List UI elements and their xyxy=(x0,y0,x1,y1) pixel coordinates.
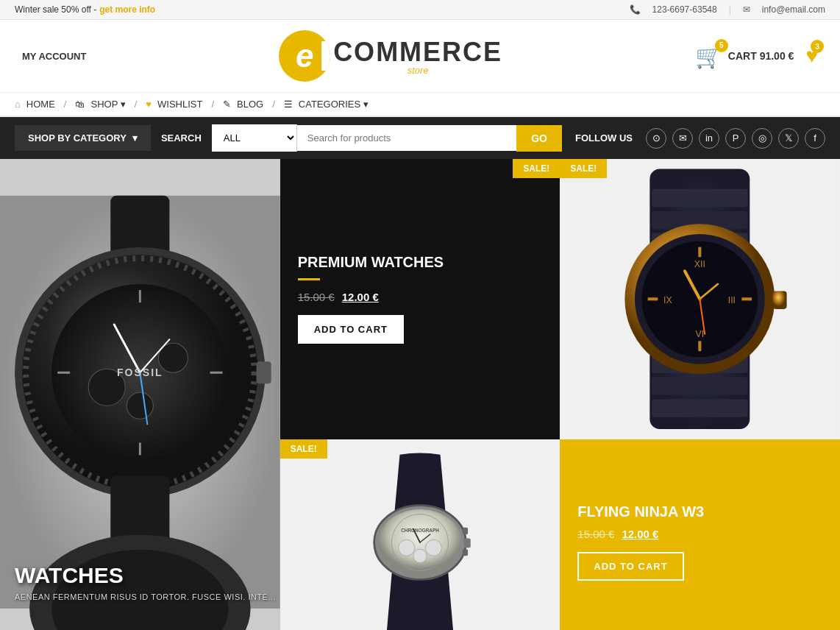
hero-banner: FOSSIL WATCHES AENEAN FERMENTUM RISUS ID… xyxy=(0,159,280,630)
svg-point-51 xyxy=(413,549,427,562)
ninja-new-price: 12.00 € xyxy=(622,528,658,540)
hero-subtitle: AENEAN FERMENTUM RISUS ID TORTOR. FUSCE … xyxy=(15,592,276,601)
premium-sale-badge: SALE! xyxy=(513,159,560,178)
logo-word: COMMERCE store xyxy=(333,37,502,76)
shop-nav-icon: 🛍 xyxy=(75,99,85,110)
shop-by-label: SHOP BY CATEGORY xyxy=(28,132,127,144)
logo-e-letter: e xyxy=(296,38,313,74)
rss-icon[interactable]: ⊙ xyxy=(646,128,666,149)
follow-us-label: FOLLOW US xyxy=(562,132,646,144)
shop-by-category[interactable]: SHOP BY CATEGORY ▾ xyxy=(15,125,151,151)
cart-badge: 5 xyxy=(715,39,728,52)
phone-number: 123-6697-63548 xyxy=(652,4,717,15)
blog-nav-icon: ✎ xyxy=(223,99,231,110)
ninja-add-to-cart-button[interactable]: ADD TO CART xyxy=(577,552,683,581)
pinterest-icon[interactable]: P xyxy=(725,128,746,149)
ninja-price-row: 15.00 € 12.00 € xyxy=(577,528,822,540)
top-bar-sale: Winter sale 50% off - get more info xyxy=(15,4,155,15)
go-button[interactable]: GO xyxy=(516,125,562,152)
premium-title: PREMIUM WATCHES xyxy=(298,254,543,271)
premium-divider xyxy=(298,278,320,280)
search-bar: SHOP BY CATEGORY ▾ SEARCH ALL Watches Ac… xyxy=(0,117,840,159)
premium-add-to-cart-button[interactable]: ADD TO CART xyxy=(298,315,404,344)
sale-text: Winter sale 50% off - xyxy=(15,4,96,15)
search-label: SEARCH xyxy=(151,125,212,151)
svg-rect-23 xyxy=(652,189,748,207)
email-icon xyxy=(743,4,750,15)
categories-nav-icon: ☰ xyxy=(284,99,293,110)
twitter-icon[interactable]: 𝕏 xyxy=(778,128,799,149)
hero-watch-svg: FOSSIL xyxy=(0,159,280,630)
svg-text:III: III xyxy=(728,295,736,305)
svg-rect-56 xyxy=(463,549,468,556)
linkedin-icon[interactable]: in xyxy=(699,128,719,149)
svg-point-49 xyxy=(399,539,415,556)
gold-watch-svg: XII III VI IX xyxy=(560,159,840,439)
svg-rect-54 xyxy=(464,538,471,548)
nav-bar: ⌂ HOME / 🛍 SHOP ▾ / ♥ WISHLIST / ✎ BLOG … xyxy=(0,93,840,117)
wishlist-badge: 3 xyxy=(811,40,824,53)
svg-rect-27 xyxy=(652,377,748,394)
svg-text:FOSSIL: FOSSIL xyxy=(117,367,163,378)
search-input[interactable] xyxy=(297,125,516,151)
ninja-panel: FLYING NINJA W3 15.00 € 12.00 € ADD TO C… xyxy=(560,439,840,630)
home-nav-icon: ⌂ xyxy=(15,99,21,110)
instagram-icon[interactable]: ◎ xyxy=(752,128,772,149)
nav-blog[interactable]: BLOG xyxy=(237,99,263,110)
premium-new-price: 12.00 € xyxy=(342,291,379,303)
hero-text: WATCHES AENEAN FERMENTUM RISUS ID TORTOR… xyxy=(15,563,276,601)
svg-rect-55 xyxy=(463,527,468,534)
sale-watch-svg: CHRONOGRAPH xyxy=(339,447,501,630)
cart-currency: € xyxy=(789,50,794,62)
svg-rect-17 xyxy=(257,361,271,383)
facebook-icon[interactable]: f xyxy=(805,128,825,149)
top-bar-contact: 123-6697-63548 | info@email.com xyxy=(630,4,825,15)
nav-shop[interactable]: SHOP ▾ xyxy=(90,99,125,110)
svg-rect-28 xyxy=(652,399,748,417)
product-grid: FOSSIL WATCHES AENEAN FERMENTUM RISUS ID… xyxy=(0,159,840,630)
social-icons: ⊙ ✉ in P ◎ 𝕏 f xyxy=(646,128,825,149)
logo[interactable]: e COMMERCE store xyxy=(279,30,502,82)
svg-point-50 xyxy=(425,539,441,556)
fancy-watch-panel: SALE! xyxy=(560,159,840,439)
svg-text:CHRONOGRAPH: CHRONOGRAPH xyxy=(401,528,439,533)
email-social-icon[interactable]: ✉ xyxy=(672,128,693,149)
logo-store-text: store xyxy=(333,65,502,76)
logo-e-icon: e xyxy=(279,30,330,82)
chevron-down-icon: ▾ xyxy=(132,132,138,144)
cart-label: CART 91.00 € xyxy=(728,50,794,62)
svg-rect-43 xyxy=(773,291,787,308)
sale-watch-panel: SALE! CHRONOGRAPH xyxy=(280,439,560,630)
ninja-old-price: 15.00 € xyxy=(577,528,614,540)
sale-badge-middle: SALE! xyxy=(280,439,327,459)
search-type-select[interactable]: ALL Watches Accessories xyxy=(212,124,297,152)
cart-icon-wrap: 🛒 5 xyxy=(695,43,722,69)
logo-commerce-text: COMMERCE xyxy=(333,37,502,68)
top-bar: Winter sale 50% off - get more info 123-… xyxy=(0,0,840,20)
svg-text:XII: XII xyxy=(694,259,705,269)
header: MY ACCOUNT e COMMERCE store 🛒 5 CART 91.… xyxy=(0,20,840,93)
svg-text:VI: VI xyxy=(696,329,705,339)
nav-categories[interactable]: CATEGORIES ▾ xyxy=(299,99,369,110)
wishlist-nav-icon: ♥ xyxy=(146,99,152,110)
my-account-link[interactable]: MY ACCOUNT xyxy=(22,51,86,62)
cart-area[interactable]: 🛒 5 CART 91.00 € xyxy=(695,43,794,69)
nav-wishlist[interactable]: WISHLIST xyxy=(157,99,202,110)
premium-price-row: 15.00 € 12.00 € xyxy=(298,291,543,303)
header-right: 🛒 5 CART 91.00 € ♥ 3 xyxy=(695,43,818,69)
nav-home[interactable]: HOME xyxy=(26,99,55,110)
premium-panel: SALE! PREMIUM WATCHES 15.00 € 12.00 € AD… xyxy=(280,159,560,439)
ninja-title: FLYING NINJA W3 xyxy=(577,503,822,520)
hero-title: WATCHES xyxy=(15,563,276,588)
get-more-link[interactable]: get more info xyxy=(99,4,155,15)
cart-price: 91.00 xyxy=(760,50,786,62)
svg-text:IX: IX xyxy=(663,295,672,305)
svg-point-12 xyxy=(127,392,153,419)
premium-sale-badge-tl: SALE! xyxy=(560,159,607,178)
premium-old-price: 15.00 € xyxy=(298,291,335,303)
cart-label-text: CART xyxy=(728,50,757,62)
phone-icon xyxy=(630,4,641,15)
email-address: info@email.com xyxy=(762,4,825,15)
wishlist-button[interactable]: ♥ 3 xyxy=(805,44,818,68)
